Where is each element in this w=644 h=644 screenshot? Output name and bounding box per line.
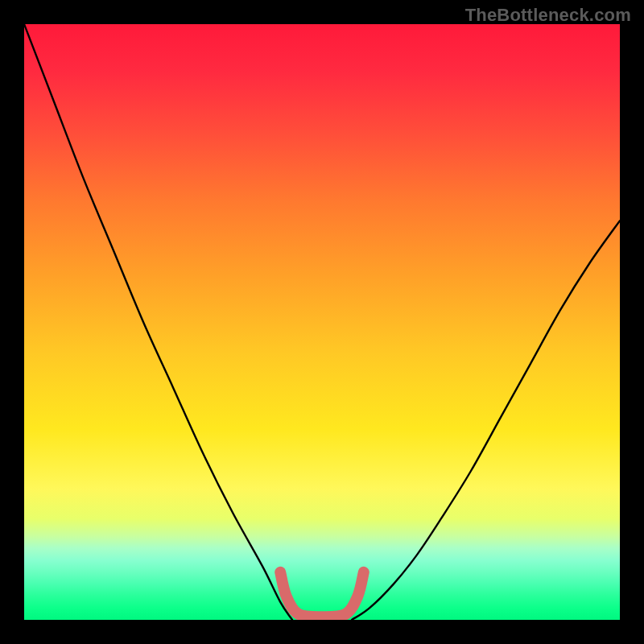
plot-area xyxy=(24,24,620,620)
trough-highlight xyxy=(280,572,364,617)
watermark-text: TheBottleneck.com xyxy=(465,5,631,26)
left-curve xyxy=(24,24,292,620)
chart-frame: TheBottleneck.com xyxy=(0,0,644,644)
right-curve xyxy=(352,221,620,620)
curve-layer xyxy=(24,24,620,620)
